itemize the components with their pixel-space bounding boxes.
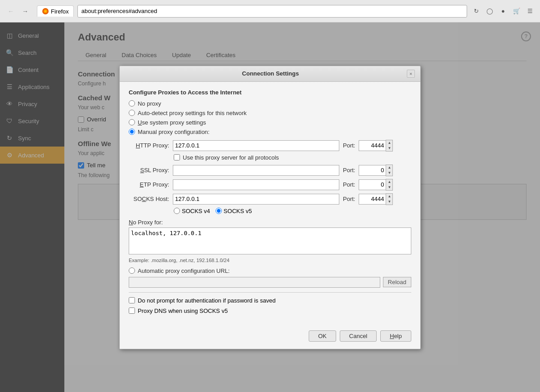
ftp-port-wrap: ▲ ▼ bbox=[359, 179, 393, 191]
socks-port-wrap: ▲ ▼ bbox=[359, 193, 393, 205]
http-port-input[interactable] bbox=[359, 140, 386, 151]
address-bar[interactable] bbox=[77, 5, 467, 18]
forward-button[interactable]: → bbox=[19, 5, 32, 18]
socks-port-label: Port: bbox=[343, 196, 355, 202]
http-port-label: Port: bbox=[343, 142, 355, 149]
use-system-radio[interactable] bbox=[129, 119, 135, 125]
ssl-port-input[interactable] bbox=[359, 165, 386, 176]
socks-v5-option[interactable]: SOCKS v5 bbox=[216, 208, 252, 214]
socks-v5-radio[interactable] bbox=[216, 208, 222, 214]
socks-host-row: SOCKS Host: Port: ▲ ▼ bbox=[129, 193, 411, 205]
bottom-checks: Do not prompt for authentication if pass… bbox=[129, 297, 411, 314]
socks-version-row: SOCKS v4 SOCKS v5 bbox=[174, 208, 411, 214]
ftp-port-down[interactable]: ▼ bbox=[386, 185, 392, 190]
manual-option[interactable]: Manual proxy configuration: bbox=[129, 129, 411, 135]
use-for-all-row: Use this proxy server for all protocols bbox=[174, 154, 411, 161]
dialog-body: Configure Proxies to Access the Internet… bbox=[120, 82, 420, 326]
bookmark-icon[interactable]: ◯ bbox=[484, 6, 495, 17]
reload-button[interactable]: Reload bbox=[383, 277, 411, 287]
ssl-proxy-label: SSL Proxy: bbox=[129, 167, 169, 174]
socks-port-spinner: ▲ ▼ bbox=[386, 193, 393, 205]
nav-buttons: ← → bbox=[4, 5, 32, 18]
socks-port-down[interactable]: ▼ bbox=[386, 199, 392, 205]
firefox-tab[interactable]: Firefox bbox=[37, 5, 74, 17]
browser-chrome: ← → Firefox ↻ ◯ ● 🛒 ☰ bbox=[0, 0, 540, 22]
use-for-all-checkbox[interactable] bbox=[174, 154, 180, 160]
auto-detect-label: Auto-detect proxy settings for this netw… bbox=[138, 110, 247, 116]
auto-proxy-input-row: Reload bbox=[129, 277, 411, 288]
no-proxy-option[interactable]: No proxy bbox=[129, 100, 411, 107]
refresh-icon[interactable]: ↻ bbox=[471, 6, 482, 17]
dialog-close-button[interactable]: × bbox=[407, 70, 415, 78]
cancel-button[interactable]: Cancel bbox=[340, 330, 377, 342]
no-proxy-textarea[interactable]: localhost, 127.0.0.1 bbox=[129, 227, 411, 254]
toolbar-icons: ↻ ◯ ● 🛒 ☰ bbox=[471, 6, 536, 17]
ssl-port-up[interactable]: ▲ bbox=[386, 165, 392, 170]
use-system-option[interactable]: Use system proxy settings bbox=[129, 119, 411, 126]
no-proxy-radio[interactable] bbox=[129, 100, 135, 107]
no-auth-prompt-row: Do not prompt for authentication if pass… bbox=[129, 297, 411, 304]
socks-port-up[interactable]: ▲ bbox=[386, 194, 392, 199]
url-input[interactable] bbox=[81, 8, 463, 14]
use-system-label: Use system proxy settings bbox=[138, 119, 206, 126]
ftp-port-input[interactable] bbox=[359, 179, 386, 190]
http-port-wrap: ▲ ▼ bbox=[359, 140, 393, 151]
http-port-down[interactable]: ▼ bbox=[386, 146, 392, 151]
ftp-port-up[interactable]: ▲ bbox=[386, 179, 392, 185]
use-for-all-label: Use this proxy server for all protocols bbox=[183, 154, 279, 161]
socks-host-label: SOCKS Host: bbox=[129, 196, 169, 202]
ftp-proxy-input[interactable] bbox=[173, 179, 339, 190]
http-port-up[interactable]: ▲ bbox=[386, 140, 392, 146]
auto-proxy-radio[interactable] bbox=[129, 267, 135, 274]
modal-overlay: Connection Settings × Configure Proxies … bbox=[0, 22, 540, 392]
ssl-proxy-row: SSL Proxy: Port: ▲ ▼ bbox=[129, 165, 411, 176]
auto-proxy-url-label: Automatic proxy configuration URL: bbox=[138, 267, 230, 274]
proxy-dns-checkbox[interactable] bbox=[129, 307, 135, 314]
auto-detect-option[interactable]: Auto-detect proxy settings for this netw… bbox=[129, 110, 411, 116]
ftp-port-spinner: ▲ ▼ bbox=[386, 179, 393, 191]
socks-v4-option[interactable]: SOCKS v4 bbox=[174, 208, 210, 214]
dialog-title: Connection Settings bbox=[134, 70, 407, 77]
menu-icon[interactable]: ☰ bbox=[525, 6, 536, 17]
socks-host-input[interactable] bbox=[173, 194, 339, 205]
dialog-divider bbox=[129, 292, 411, 293]
pocket-icon[interactable]: ● bbox=[498, 6, 508, 17]
socks-port-input[interactable] bbox=[359, 194, 386, 205]
ssl-port-down[interactable]: ▼ bbox=[386, 170, 392, 176]
ssl-port-label: Port: bbox=[343, 167, 355, 174]
no-proxy-label: No proxy bbox=[138, 100, 161, 107]
auto-detect-radio[interactable] bbox=[129, 110, 135, 116]
dialog-footer: OK Cancel Help bbox=[120, 326, 420, 349]
socks-v5-label: SOCKS v5 bbox=[224, 208, 252, 214]
firefox-icon bbox=[42, 8, 49, 15]
ssl-port-wrap: ▲ ▼ bbox=[359, 165, 393, 176]
ftp-proxy-label: ETP Proxy: bbox=[129, 181, 169, 188]
no-proxy-for-label: No Proxy for: bbox=[129, 219, 411, 226]
no-auth-prompt-label: Do not prompt for authentication if pass… bbox=[138, 297, 275, 304]
proxy-dns-label: Proxy DNS when using SOCKS v5 bbox=[138, 307, 228, 314]
no-auth-prompt-checkbox[interactable] bbox=[129, 297, 135, 303]
ssl-proxy-input[interactable] bbox=[173, 165, 339, 176]
help-button[interactable]: Help bbox=[380, 330, 411, 342]
auto-proxy-option[interactable]: Automatic proxy configuration URL: bbox=[129, 267, 411, 274]
http-proxy-label: HTTP Proxy: bbox=[129, 142, 169, 149]
ssl-port-spinner: ▲ ▼ bbox=[386, 165, 393, 176]
dialog-header: Connection Settings × bbox=[120, 66, 420, 82]
http-port-spinner: ▲ ▼ bbox=[386, 140, 393, 151]
ftp-port-label: Port: bbox=[343, 181, 355, 188]
back-button[interactable]: ← bbox=[4, 5, 17, 18]
manual-radio[interactable] bbox=[129, 129, 135, 135]
cart-icon[interactable]: 🛒 bbox=[511, 6, 522, 17]
http-proxy-row: HTTP Proxy: Port: ▲ ▼ bbox=[129, 140, 411, 151]
http-proxy-input[interactable] bbox=[173, 140, 339, 151]
auto-proxy-url-input[interactable] bbox=[129, 277, 380, 288]
socks-v4-radio[interactable] bbox=[174, 208, 180, 214]
ok-button[interactable]: OK bbox=[309, 330, 336, 342]
proxy-section-title: Configure Proxies to Access the Internet bbox=[129, 89, 411, 96]
svg-point-2 bbox=[45, 10, 46, 12]
manual-label: Manual proxy configuration: bbox=[138, 129, 210, 135]
ftp-proxy-row: ETP Proxy: Port: ▲ ▼ bbox=[129, 179, 411, 191]
firefox-label: Firefox bbox=[51, 8, 69, 15]
connection-settings-dialog: Connection Settings × Configure Proxies … bbox=[119, 66, 421, 349]
proxy-fields: HTTP Proxy: Port: ▲ ▼ Use this proxy ser… bbox=[129, 140, 411, 214]
